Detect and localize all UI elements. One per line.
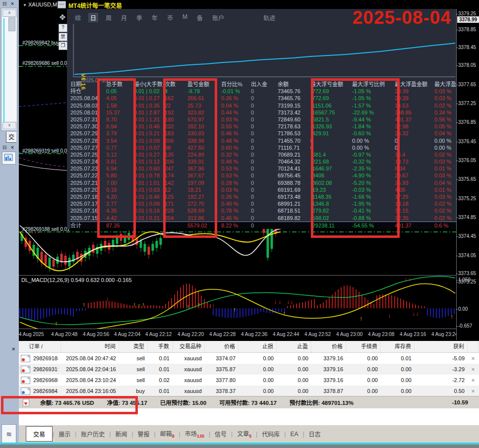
order-close-icon[interactable]: × <box>468 386 479 396</box>
order-row[interactable]: 2982693192025.08.04 22:04:16sell0.01xauu… <box>19 364 479 375</box>
price-axis[interactable]: 3379.253378.853378.453378.053377.653377.… <box>456 9 479 340</box>
menu-item-日[interactable]: 日 <box>88 13 98 22</box>
order-row[interactable]: 2982696862025.08.04 23:10:24sell0.02xauu… <box>19 375 479 386</box>
orders-header-cell[interactable]: 止盈 <box>277 341 311 352</box>
stats-cell: 183 <box>165 130 187 137</box>
orders-header-row[interactable]: 订单 /时间类型手数交易品种价格止损止盈价格手续费库存费获利 <box>19 341 479 353</box>
tab-展示[interactable]: 展示 <box>54 427 75 441</box>
stats-total-cell: 合计 <box>70 222 106 229</box>
help-icon[interactable]: ? <box>59 24 67 32</box>
order-close-icon[interactable]: × <box>468 353 479 364</box>
orders-header-cell[interactable]: 时间 <box>61 341 119 352</box>
menu-item-账户[interactable]: 账户 <box>210 13 226 22</box>
stats-cell: 0.77 <box>106 144 134 151</box>
order-sl: 0.00 <box>239 353 277 364</box>
bottom-dock-tab-icon[interactable]: ≋ <box>1 424 16 445</box>
menu-item-季[interactable]: 季 <box>134 13 144 22</box>
orders-header-cell[interactable]: 止损 <box>239 341 277 352</box>
stats-cell: -1151.06 <box>310 102 352 109</box>
orders-header-cell[interactable]: 库存费 <box>381 341 415 352</box>
stats-header-cell: 最大浮盈金额 <box>395 81 434 88</box>
stats-cell: 0.78 % <box>221 207 251 214</box>
restore-window-icon[interactable]: ❐ <box>59 42 67 50</box>
indicator-panel-icon[interactable] <box>2 152 16 165</box>
orders-header-cell[interactable]: 交易品种 <box>173 341 205 352</box>
menu-item-M[interactable]: M <box>180 13 189 22</box>
stats-cell: 73465.76 <box>278 95 310 102</box>
dock2-close-icon[interactable]: × <box>11 145 14 151</box>
tab-代码库[interactable]: 代码库 <box>257 427 284 441</box>
menu-item-备[interactable]: 备 <box>195 13 205 22</box>
stats-cell: 70464.32 <box>278 158 310 165</box>
order-tp: 0.00 <box>277 386 311 396</box>
tab-邮箱[interactable]: 邮箱8 <box>156 427 179 441</box>
move-cross-icon[interactable]: ✥ <box>58 13 67 22</box>
order-type: sell <box>119 353 148 364</box>
scrollbar-thumb[interactable] <box>8 17 15 31</box>
time-tick: 4 Aug 22:12 <box>145 332 172 337</box>
tab-新闻[interactable]: 新闻 <box>111 427 131 441</box>
menu-item-综[interactable]: 综 <box>73 13 83 22</box>
orders-header-cell[interactable]: 订单 / <box>19 341 61 352</box>
menu-item-币[interactable]: 币 <box>165 13 175 22</box>
stats-cell: 0.60 % <box>221 144 251 151</box>
tab-日志[interactable]: 日志 <box>304 427 325 441</box>
stats-total-cell: 401.37 <box>395 222 434 229</box>
dock-pin-icon[interactable]: ⊟ <box>2 1 6 7</box>
tab-文章[interactable]: 文章5 <box>233 427 256 441</box>
order-type: buy <box>119 386 148 396</box>
menu-item-年[interactable]: 年 <box>150 13 160 22</box>
stats-header-cell: 出入金 <box>251 81 278 88</box>
symbol-period-label[interactable]: ▼ XAUUSD,M1 <box>23 1 60 7</box>
order-time: 2025.08.04 23:10:24 <box>61 375 119 386</box>
order-commission: 0.00 <box>346 364 381 375</box>
scroll-down-icon[interactable]: ∨ <box>2 122 16 129</box>
menu-item-周[interactable]: 周 <box>104 13 114 22</box>
orders-header-cell[interactable]: 手数 <box>148 341 173 352</box>
orders-header-cell[interactable]: 获利 <box>415 341 468 352</box>
stats-cell: 2025.07.20 <box>70 186 106 193</box>
stats-cell: 0.05 % <box>434 123 456 130</box>
orders-header-cell[interactable]: 类型 <box>119 341 148 352</box>
time-axis[interactable]: 4 Aug 20254 Aug 20:484 Aug 20:564 Aug 22… <box>19 329 456 340</box>
stats-cell: 4 <box>165 88 187 95</box>
stats-header-cell: 盈亏金额 <box>187 81 221 88</box>
stats-cell: 0.03 % <box>434 158 456 165</box>
stats-cell: 2025.07.30 <box>70 123 106 130</box>
dock-close-icon[interactable]: × <box>11 1 14 7</box>
stats-cell: 2025.07.25 <box>70 151 106 158</box>
tab-账户历史[interactable]: 账户历史 <box>76 427 109 441</box>
orders-header-cell[interactable]: 手续费 <box>346 341 381 352</box>
stats-cell: 0.01 | 0.21 <box>134 130 165 137</box>
terminal-close-icon[interactable]: × <box>12 346 15 352</box>
stats-total-cell <box>165 222 187 229</box>
macd-indicator-label: DL_MACD(12,26,9) 0.549 0.632 0.000 -0.16… <box>21 277 132 283</box>
stats-row: 2025.08.031.580.01 | 0.352225.730.04 %07… <box>70 102 456 109</box>
menu-item-轨迹[interactable]: 轨迹 <box>261 13 277 22</box>
tab-EA[interactable]: EA <box>286 428 302 440</box>
tab-信号[interactable]: 信号 <box>210 427 231 441</box>
tab-trade-vertical[interactable]: 交 <box>6 132 16 143</box>
orders-header-cell[interactable]: 价格 <box>311 341 346 352</box>
menu-item-月[interactable]: 月 <box>119 13 129 22</box>
panel-title: MT4统计每一笔交易 <box>68 1 122 9</box>
stats-cell: 69191.69 <box>278 186 310 193</box>
order-close-icon[interactable]: × <box>468 375 479 386</box>
stats-cell: 0.26 % <box>221 193 251 200</box>
stats-cell: 0 <box>251 109 278 116</box>
scroll-up-icon[interactable]: ∧ <box>2 9 16 17</box>
tab-交易[interactable]: 交易 <box>26 426 53 442</box>
order-doc-icon <box>21 355 30 362</box>
order-row[interactable]: 2982698422025.08.04 23:16:05buy0.01xauus… <box>19 386 479 396</box>
order-close-icon[interactable]: × <box>468 364 479 375</box>
order-row[interactable]: 2982691882025.08.04 20:47:42sell0.01xauu… <box>19 353 479 364</box>
ban-icon[interactable]: 禁 <box>59 33 67 41</box>
minimize-button[interactable]: — <box>58 1 66 8</box>
dock2-pin-icon[interactable]: ⊟ <box>2 145 6 151</box>
stats-cell: 12.35 <box>395 215 434 222</box>
orders-header-cell[interactable]: 价格 <box>205 341 239 352</box>
tab-市场[interactable]: 市场135 <box>180 427 209 441</box>
stats-cell: 0.01 | 0.60 <box>134 165 165 172</box>
stats-cell: 0.01 | 0.46 <box>134 193 165 200</box>
tab-警报[interactable]: 警报 <box>133 427 154 441</box>
